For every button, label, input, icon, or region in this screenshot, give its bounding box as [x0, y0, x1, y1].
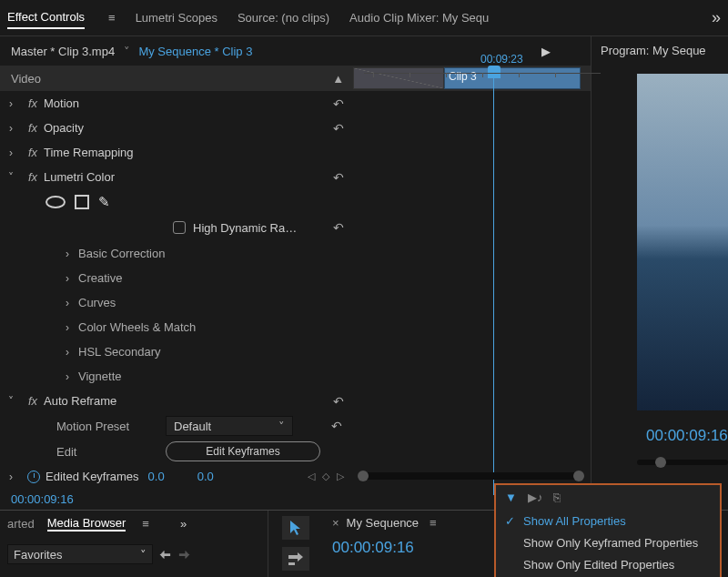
reset-icon[interactable]: ↶: [331, 419, 342, 433]
expand-icon[interactable]: ›: [0, 97, 22, 110]
reset-icon[interactable]: ↶: [333, 121, 344, 136]
tab-audio-mixer[interactable]: Audio Clip Mixer: My Sequ: [349, 7, 489, 28]
motion-preset-label: Motion Preset: [56, 420, 166, 433]
filter-properties-menu: ▼ ▶♪ ⎘ ✓Show All Properties Show Only Ke…: [494, 483, 722, 577]
menu-show-edited[interactable]: Show Only Edited Properties: [496, 553, 720, 575]
motion-preset-select[interactable]: Default˅: [166, 416, 293, 436]
kf-value-1[interactable]: 0.0: [148, 470, 165, 483]
lumetri-curves[interactable]: Curves: [78, 296, 116, 309]
stopwatch-icon[interactable]: [27, 471, 40, 483]
effect-time-remapping[interactable]: Time Remapping: [44, 146, 134, 159]
fx-badge-icon[interactable]: fx: [22, 146, 44, 159]
check-icon: ✓: [505, 514, 516, 528]
expand-icon[interactable]: ›: [56, 297, 78, 309]
effect-auto-reframe[interactable]: Auto Reframe: [44, 394, 116, 408]
favorites-select[interactable]: Favorites˅: [7, 544, 153, 564]
next-kf-icon[interactable]: ▷: [337, 471, 344, 482]
fx-badge-icon[interactable]: fx: [22, 394, 44, 408]
hdr-label: High Dynamic Ra…: [193, 221, 297, 235]
lumetri-color-wheels[interactable]: Color Wheels & Match: [78, 320, 196, 334]
lumetri-basic-correction[interactable]: Basic Correction: [78, 247, 165, 260]
expand-icon[interactable]: ›: [56, 346, 78, 359]
video-section-label: Video: [11, 72, 41, 86]
tab-source[interactable]: Source: (no clips): [238, 7, 329, 28]
menu-show-keyframed[interactable]: Show Only Keyframed Properties: [496, 531, 720, 553]
master-clip-label: Master * Clip 3.mp4: [11, 45, 115, 58]
playhead-timecode: 00:09:23: [480, 53, 523, 66]
tab-lumetri-scopes[interactable]: Lumetri Scopes: [136, 7, 217, 28]
chevron-down-icon: ˅: [140, 548, 147, 562]
playhead-handle[interactable]: [488, 66, 500, 78]
rect-mask-icon[interactable]: [75, 195, 89, 209]
scroll-handle-left[interactable]: [358, 471, 369, 481]
timeline-zoom-scrollbar[interactable]: [359, 472, 582, 480]
menu-show-all[interactable]: ✓Show All Properties: [496, 510, 720, 531]
sequence-clip-label[interactable]: My Sequence * Clip 3: [138, 45, 252, 58]
expand-icon[interactable]: ›: [0, 147, 22, 159]
selection-tool-icon[interactable]: [282, 516, 309, 540]
program-panel-label[interactable]: Program: My Seque: [592, 36, 728, 65]
reset-icon[interactable]: ↶: [333, 96, 344, 111]
reset-icon[interactable]: ↶: [333, 394, 344, 409]
lumetri-creative[interactable]: Creative: [78, 271, 122, 285]
sequence-tab[interactable]: My Sequence: [347, 516, 420, 530]
expand-icon[interactable]: ›: [0, 471, 22, 483]
edited-keyframes-label[interactable]: Edited Keyframes: [46, 470, 139, 483]
expand-icon[interactable]: ›: [0, 122, 22, 135]
add-kf-icon[interactable]: ◇: [322, 471, 329, 482]
reset-icon[interactable]: ↶: [333, 170, 344, 185]
lumetri-vignette[interactable]: Vignette: [78, 369, 121, 383]
menu-icon[interactable]: ≡: [108, 11, 116, 25]
reset-icon[interactable]: ↶: [333, 220, 344, 235]
fx-badge-icon[interactable]: fx: [22, 96, 44, 110]
funnel-icon[interactable]: ▼: [505, 491, 517, 504]
fx-badge-icon[interactable]: fx: [22, 121, 44, 135]
more-tabs-icon[interactable]: »: [712, 8, 721, 27]
chevron-down-icon: ˅: [278, 420, 285, 433]
time-ruler[interactable]: [364, 73, 601, 74]
tab-effect-controls[interactable]: Effect Controls: [7, 6, 85, 29]
collapse-icon[interactable]: ▲: [332, 72, 344, 86]
prev-kf-icon[interactable]: ◁: [308, 471, 315, 482]
edit-keyframes-button[interactable]: Edit Keyframes: [166, 441, 320, 461]
nav-back-icon[interactable]: 🠘: [158, 547, 172, 562]
effect-motion[interactable]: Motion: [44, 96, 79, 110]
expand-icon[interactable]: ›: [56, 272, 78, 285]
audio-icon[interactable]: ▶♪: [528, 491, 543, 504]
kf-value-2[interactable]: 0.0: [197, 470, 214, 483]
expand-icon[interactable]: ›: [56, 370, 78, 383]
program-preview[interactable]: [637, 74, 728, 410]
playhead-line: [493, 76, 494, 495]
edit-label: Edit: [56, 445, 166, 459]
effect-lumetri[interactable]: Lumetri Color: [44, 170, 115, 184]
track-select-tool-icon[interactable]: [282, 547, 309, 571]
tab-truncated[interactable]: arted: [7, 517, 35, 531]
effect-opacity[interactable]: Opacity: [44, 121, 84, 135]
menu-icon[interactable]: ≡: [142, 517, 149, 531]
fx-badge-icon[interactable]: fx: [22, 170, 44, 184]
scroll-handle-right[interactable]: [573, 471, 584, 481]
more-tabs-icon[interactable]: »: [180, 517, 187, 531]
expand-icon[interactable]: ›: [56, 321, 78, 334]
close-tab-icon[interactable]: ×: [332, 516, 339, 530]
lumetri-hsl[interactable]: HSL Secondary: [78, 345, 161, 359]
ellipse-mask-icon[interactable]: [46, 196, 66, 208]
pen-mask-icon[interactable]: ✎: [98, 194, 110, 210]
program-timecode[interactable]: 00:00:09:16: [646, 427, 728, 445]
export-icon[interactable]: ⎘: [553, 491, 561, 504]
program-scrollbar[interactable]: [637, 460, 728, 465]
collapse-icon[interactable]: ˅: [0, 171, 22, 184]
collapse-icon[interactable]: ˅: [0, 395, 22, 408]
expand-icon[interactable]: ›: [56, 248, 78, 260]
menu-icon[interactable]: ≡: [430, 516, 437, 530]
tab-media-browser[interactable]: Media Browser: [47, 516, 126, 531]
hdr-checkbox[interactable]: [173, 221, 186, 234]
nav-forward-icon: 🠚: [177, 547, 191, 562]
